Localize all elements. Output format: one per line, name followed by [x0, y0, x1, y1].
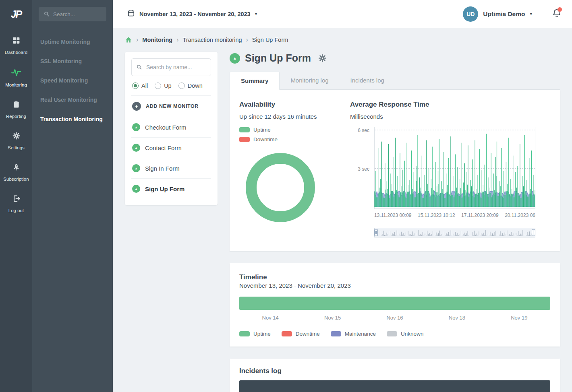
uptimia-logo: JP — [11, 0, 22, 28]
subnav-item-ssl-monitoring[interactable]: SSL Monitoring — [32, 52, 113, 71]
chart-navigator-wrap — [374, 228, 550, 239]
breadcrumb-item[interactable]: Transaction monitoring — [183, 37, 242, 43]
y-axis-label: 3 sec — [358, 166, 369, 172]
timeline-tick: Nov 15 — [301, 315, 363, 321]
monitor-settings-gear-icon[interactable] — [318, 54, 327, 62]
chart-range-navigator[interactable] — [374, 228, 535, 237]
x-axis-label: 20.11.2023 06 — [505, 213, 535, 218]
y-axis-labels: 6 sec3 sec — [350, 127, 374, 209]
monitor-item-checkout-form[interactable]: ▲Checkout Form — [131, 117, 211, 137]
tab-monitoring-log[interactable]: Monitoring log — [280, 72, 339, 89]
incidents-table-header — [239, 380, 550, 392]
legend-swatch — [282, 331, 292, 336]
legend-item-downtime: Downtime — [282, 331, 320, 337]
sidebar-item-label: Monitoring — [5, 83, 27, 87]
timeline-date-range: November 13, 2023 - November 20, 2023 — [239, 282, 550, 289]
legend-label: Downtime — [296, 331, 320, 337]
monitor-name: Checkout Form — [145, 124, 187, 131]
timeline-tick: Nov 19 — [488, 315, 550, 321]
breadcrumb-item[interactable]: Monitoring — [142, 37, 172, 43]
date-range-text: November 13, 2023 - November 20, 2023 — [139, 11, 251, 17]
user-menu[interactable]: Uptimia Demo — [483, 10, 525, 18]
timeline-heading: Timeline — [239, 273, 550, 281]
filter-down[interactable]: Down — [178, 83, 203, 89]
calendar-icon — [127, 9, 135, 19]
availability-legend: UptimeDowntime — [239, 127, 350, 142]
subnav-item-uptime-monitoring[interactable]: Uptime Monitoring — [32, 32, 113, 52]
legend-label: Uptime — [253, 331, 271, 337]
filter-label: Up — [164, 83, 172, 89]
timeline-tick: Nov 16 — [364, 315, 426, 321]
sidebar-search — [39, 7, 106, 21]
sidebar-item-settings[interactable]: Settings — [0, 126, 32, 155]
avatar[interactable]: UD — [463, 6, 478, 22]
y-axis-label: 6 sec — [358, 128, 369, 133]
legend-item-uptime: Uptime — [239, 127, 350, 133]
breadcrumb-item-current: Sign Up Form — [252, 37, 288, 43]
subnav-item-real-user-monitoring[interactable]: Real User Monitoring — [32, 90, 113, 109]
x-axis-label: 15.11.2023 10:12 — [418, 213, 455, 218]
monitor-name: Contact Form — [145, 144, 182, 151]
home-icon[interactable] — [125, 36, 132, 43]
filter-label: Down — [188, 83, 203, 89]
sidebar-item-monitoring[interactable]: Monitoring — [0, 62, 32, 92]
gear-icon — [12, 132, 21, 142]
pulse-icon — [11, 68, 21, 79]
monitor-search — [131, 58, 211, 76]
timeline-card: Timeline November 13, 2023 - November 20… — [230, 263, 560, 347]
breadcrumb-separator: › — [246, 37, 248, 43]
sidebar-item-dashboard[interactable]: Dashboard — [0, 31, 32, 60]
date-range-picker[interactable]: November 13, 2023 - November 20, 2023 ▾ — [127, 9, 257, 19]
sidebar-item-subscription[interactable]: Subscription — [0, 158, 32, 186]
legend-item-downtime: Downtime — [239, 136, 350, 142]
subnav-item-transaction-monitoring[interactable]: Transaction Monitoring — [32, 109, 113, 129]
legend-label: Maintenance — [345, 331, 376, 337]
up-badge-icon: ▲ — [132, 164, 140, 172]
monitor-item-contact-form[interactable]: ▲Contact Form — [131, 137, 211, 158]
radio-icon — [155, 83, 161, 89]
monitor-item-sign-up-form[interactable]: ▲Sign Up Form — [131, 178, 211, 199]
availability-section: Availability Up since 12 days 16 minutes… — [239, 101, 350, 239]
page-title: Sign Up Form — [245, 52, 311, 64]
breadcrumb: › Monitoring › Transaction monitoring › … — [125, 36, 560, 43]
tab-summary[interactable]: Summary — [230, 72, 280, 90]
legend-label: Downtime — [253, 136, 278, 142]
filter-all[interactable]: All — [132, 83, 148, 89]
logout-icon — [12, 194, 21, 204]
up-badge-icon: ▲ — [132, 144, 140, 152]
legend-swatch — [331, 331, 341, 336]
tab-incidents-log[interactable]: Incidents log — [340, 72, 395, 89]
monitor-detail: ▲ Sign Up Form SummaryMonitoring logInci… — [230, 52, 560, 392]
secondary-sidebar: Uptime MonitoringSSL MonitoringSpeed Mon… — [32, 0, 113, 392]
up-badge-icon: ▲ — [132, 185, 140, 193]
content-area: › Monitoring › Transaction monitoring › … — [113, 28, 572, 392]
sidebar-item-label: Reporting — [6, 114, 26, 119]
divider — [542, 8, 542, 20]
clipboard-icon — [12, 100, 21, 110]
monitor-search-input[interactable] — [131, 58, 211, 76]
timeline-legend: UptimeDowntimeMaintenanceUnknown — [239, 331, 550, 337]
legend-item-unknown: Unknown — [387, 331, 423, 337]
sidebar-item-reporting[interactable]: Reporting — [0, 95, 32, 124]
search-icon — [44, 11, 50, 17]
notification-dot — [557, 7, 562, 12]
timeline-tick: Nov 14 — [239, 315, 301, 321]
sidebar-item-logout[interactable]: Log out — [0, 189, 32, 218]
legend-item-maintenance: Maintenance — [331, 331, 376, 337]
chevron-down-icon[interactable]: ▾ — [530, 11, 532, 17]
app-root: JP Dashboard Monitoring Reporting Settin… — [0, 0, 572, 392]
add-new-monitor-button[interactable]: + ADD NEW MONITOR — [131, 95, 211, 117]
legend-swatch — [239, 127, 250, 132]
status-filter-radios: AllUpDown — [131, 78, 211, 95]
legend-swatch — [387, 331, 397, 336]
monitor-name: Sign Up Form — [145, 186, 184, 192]
sidebar-item-label: Subscription — [3, 177, 29, 182]
filter-up[interactable]: Up — [155, 83, 172, 89]
timeline-axis-labels: Nov 14Nov 15Nov 16Nov 18Nov 19 — [239, 315, 550, 321]
legend-label: Unknown — [401, 331, 423, 337]
notifications-button[interactable] — [552, 8, 562, 20]
monitor-item-sign-in-form[interactable]: ▲Sign In Form — [131, 158, 211, 178]
availability-heading: Availability — [239, 101, 350, 109]
subnav-item-speed-monitoring[interactable]: Speed Monitoring — [32, 71, 113, 90]
uptime-timeline-bar — [239, 297, 550, 310]
